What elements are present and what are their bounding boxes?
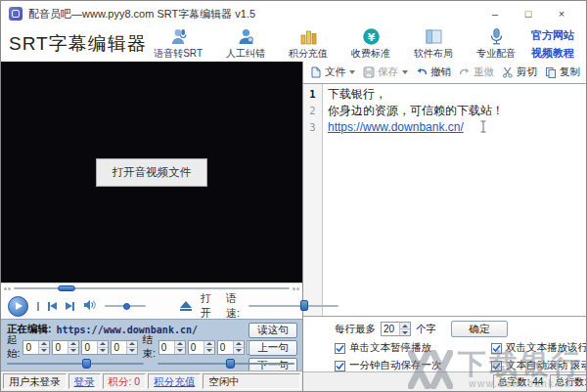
subtitle-line[interactable]: https://www.downbank.cn/: [328, 119, 587, 136]
player-controls: 打开 语速: 0: [1, 293, 302, 319]
spin-down-icon[interactable]: [98, 347, 108, 354]
checkbox-checked-icon: [335, 361, 345, 371]
end-time-label: 结束:: [142, 333, 155, 361]
spin-down-icon[interactable]: [400, 328, 410, 335]
eject-icon[interactable]: [180, 301, 192, 311]
next-icon: [66, 302, 72, 310]
spin-down-icon[interactable]: [204, 347, 214, 354]
checkbox-auto-scroll[interactable]: 文本自动滚动 滚动定位: [491, 359, 587, 372]
subtitle-line[interactable]: 下载银行，: [328, 86, 587, 103]
seek-grip-right: [293, 287, 299, 290]
max-chars-label: 每行最多: [335, 323, 376, 336]
max-chars-spinner[interactable]: 20: [381, 322, 411, 336]
page-title: SRT字幕编辑器: [9, 31, 147, 57]
checkbox-checked-icon: [491, 361, 502, 371]
volume-slider[interactable]: [105, 301, 146, 311]
window-controls: – □ ×: [478, 8, 578, 20]
layout-button[interactable]: 软件布局: [414, 27, 453, 61]
checkbox-dblclick-play[interactable]: 双击文本播放该行: [491, 341, 587, 355]
spin-down-icon[interactable]: [175, 347, 185, 354]
read-sentence-button[interactable]: 读这句: [248, 323, 297, 338]
line-number: 2: [303, 103, 322, 119]
file-menu-button[interactable]: 文件: [307, 65, 358, 79]
end-slider-thumb[interactable]: [226, 359, 235, 369]
save-button[interactable]: 保存: [360, 65, 411, 79]
volume-icon[interactable]: [83, 299, 96, 313]
line-number: 3: [303, 119, 322, 136]
layout-label: 软件布局: [414, 47, 453, 61]
subtitle-line[interactable]: 你身边的资源，可信赖的下载站！: [328, 103, 587, 119]
save-icon: [363, 66, 375, 78]
main-area: 打开音视频文件 打开: [1, 62, 586, 391]
start-hour-spinner[interactable]: 0: [23, 340, 50, 355]
start-time-label: 起始:: [7, 333, 20, 361]
seek-slider-thumb[interactable]: [58, 285, 75, 291]
undo-icon: [416, 66, 428, 78]
speed-slider[interactable]: [248, 301, 339, 311]
redo-button[interactable]: 重做: [456, 65, 497, 79]
checkbox-click-pause[interactable]: 单击文本暂停播放: [335, 341, 491, 355]
end-minute-spinner[interactable]: 0: [188, 340, 215, 355]
previous-track-button[interactable]: [48, 302, 57, 311]
play-button[interactable]: [8, 296, 28, 317]
manual-correction-label: 人工纠错: [226, 47, 265, 61]
end-time-slider[interactable]: [158, 359, 294, 369]
video-tutorial-link[interactable]: 视频教程: [531, 46, 574, 61]
start-time-slider[interactable]: [7, 359, 144, 369]
points-recharge-label: 积分充值: [289, 47, 328, 61]
header-button-bar: 语音转SRT 人工纠错 积分充值 ¥ 收费标准: [154, 27, 516, 61]
line-number: 1: [303, 86, 322, 103]
spin-down-icon[interactable]: [127, 347, 137, 354]
spin-down-icon[interactable]: [234, 347, 244, 354]
speed-slider-thumb[interactable]: [300, 300, 308, 311]
idle-status: 空闲中: [203, 373, 300, 389]
official-site-link[interactable]: 官方网站: [531, 28, 574, 43]
points-status: 积分: 0: [103, 373, 147, 389]
previous-icon: [50, 302, 57, 310]
start-ms-spinner[interactable]: 0: [111, 340, 138, 355]
next-track-button[interactable]: [66, 302, 74, 311]
stop-button[interactable]: [37, 302, 39, 311]
start-minute-spinner[interactable]: 0: [52, 340, 79, 355]
speech-to-srt-button[interactable]: 语音转SRT: [154, 27, 203, 61]
settings-panel: 每行最多 20 个字 确定 去掉语气词 单击文本暂停播放 双击文本播放该行: [303, 317, 587, 371]
total-lines-status: 总行数: 4: [550, 374, 587, 389]
file-icon: [310, 66, 322, 78]
yuan-circle-icon: ¥: [362, 27, 381, 46]
copy-button[interactable]: 复制: [542, 65, 583, 79]
end-hour-spinner[interactable]: 0: [158, 340, 186, 355]
cut-button[interactable]: 剪切: [499, 65, 540, 79]
seek-row: [1, 283, 302, 293]
recharge-link[interactable]: 积分充值: [148, 373, 201, 389]
checkbox-checked-icon: [491, 343, 502, 354]
login-link[interactable]: 登录: [68, 373, 101, 389]
right-panel: 文件 保存 撤销 重做 剪切: [303, 62, 587, 391]
undo-button[interactable]: 撤销: [413, 65, 454, 79]
maximize-button[interactable]: □: [512, 8, 545, 20]
points-recharge-button[interactable]: 积分充值: [289, 27, 328, 61]
close-button[interactable]: ×: [545, 8, 578, 20]
open-media-button[interactable]: 打开音视频文件: [96, 158, 208, 187]
open-file-label[interactable]: 打开: [201, 291, 211, 321]
minimize-button[interactable]: –: [478, 8, 512, 20]
checkbox-autosave[interactable]: 一分钟自动保存一次: [335, 359, 491, 372]
microphone-icon: [487, 27, 506, 46]
layout-window-icon: [425, 27, 443, 46]
manual-correction-button[interactable]: 人工纠错: [226, 27, 265, 61]
svg-text:¥: ¥: [367, 31, 375, 44]
end-second-spinner[interactable]: 0: [217, 340, 245, 355]
seek-grip-left: [4, 287, 11, 290]
volume-slider-thumb[interactable]: [123, 303, 130, 310]
editor-text-area[interactable]: 下载银行， 你身边的资源，可信赖的下载站！ https://www.downba…: [323, 84, 587, 316]
start-slider-thumb[interactable]: [82, 359, 91, 369]
pro-dubbing-button[interactable]: 专业配音: [476, 27, 516, 61]
fee-standard-button[interactable]: ¥ 收费标准: [351, 27, 390, 61]
video-preview-area: 打开音视频文件: [1, 62, 302, 283]
left-panel: 打开音视频文件 打开: [1, 62, 303, 391]
previous-sentence-button[interactable]: 上一句: [248, 340, 297, 356]
spin-down-icon[interactable]: [68, 347, 78, 354]
seek-slider[interactable]: [14, 283, 290, 293]
spin-down-icon[interactable]: [39, 347, 49, 354]
start-second-spinner[interactable]: 0: [81, 340, 109, 355]
confirm-button[interactable]: 确定: [451, 321, 508, 337]
